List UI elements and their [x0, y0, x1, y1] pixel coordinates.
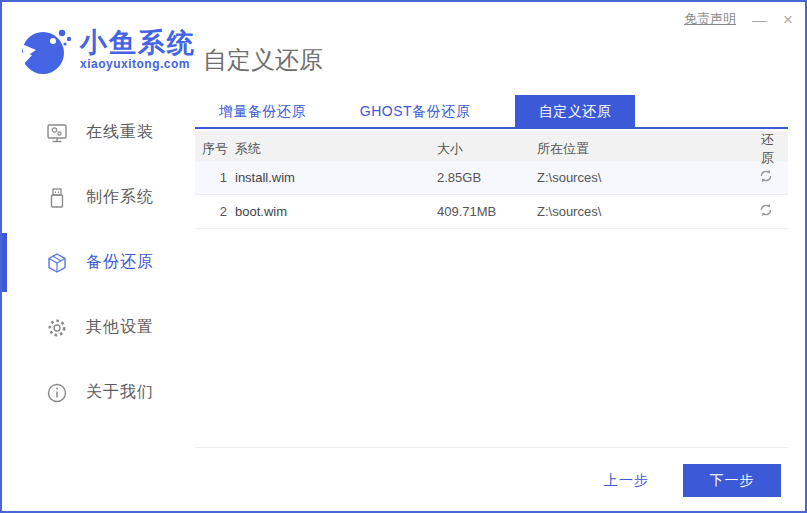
minimize-button[interactable]: — — [752, 12, 767, 27]
app-logo: 小鱼系统 xiaoyuxitong.com — [18, 24, 196, 76]
sidebar-item-make-system[interactable]: 制作系统 — [2, 165, 192, 230]
main-content: 增量备份还原 GHOST备份还原 自定义还原 序号 系统 大小 所在位置 还原 … — [195, 95, 788, 229]
page-title: 自定义还原 — [203, 44, 323, 76]
app-window: 免责声明 — × 小鱼系统 xiaoyuxitong.com 自定义还原 — [0, 0, 807, 513]
col-header-restore: 还原 — [752, 131, 788, 167]
row-size: 2.85GB — [437, 170, 537, 185]
gear-icon — [46, 317, 68, 339]
footer: 上一步 下一步 — [604, 464, 781, 497]
sidebar-item-label: 备份还原 — [86, 252, 154, 273]
active-indicator-bar — [2, 233, 7, 292]
logo-text: 小鱼系统 xiaoyuxitong.com — [80, 29, 196, 71]
col-header-system: 系统 — [235, 140, 437, 158]
fish-logo-icon — [18, 24, 74, 76]
backup-table: 序号 系统 大小 所在位置 还原 1 install.wim 2.85GB Z:… — [195, 131, 788, 229]
tab-custom-restore[interactable]: 自定义还原 — [515, 95, 635, 129]
logo-title: 小鱼系统 — [80, 29, 196, 57]
row-index: 1 — [195, 170, 235, 185]
sidebar-item-backup-restore[interactable]: 备份还原 — [2, 230, 192, 295]
info-icon — [46, 382, 68, 404]
monitor-icon — [46, 122, 68, 144]
sidebar-item-label: 其他设置 — [86, 317, 154, 338]
row-location: Z:\sources\ — [537, 204, 752, 219]
sidebar-item-label: 制作系统 — [86, 187, 154, 208]
close-button[interactable]: × — [783, 11, 793, 28]
table-row: 2 boot.wim 409.71MB Z:\sources\ — [195, 195, 788, 229]
previous-step-button[interactable]: 上一步 — [604, 472, 649, 490]
row-system: boot.wim — [235, 204, 437, 219]
usb-drive-icon — [46, 187, 68, 209]
sidebar-item-about-us[interactable]: 关于我们 — [2, 360, 192, 425]
table-body: 1 install.wim 2.85GB Z:\sources\ — [195, 161, 788, 229]
tab-ghost-backup-restore[interactable]: GHOST备份还原 — [340, 95, 490, 129]
sidebar: 在线重装 制作系统 备份还原 — [2, 100, 192, 511]
titlebar-controls: 免责声明 — × — [684, 10, 793, 28]
tab-incremental-backup-restore[interactable]: 增量备份还原 — [200, 95, 325, 129]
col-header-location: 所在位置 — [537, 140, 752, 158]
sidebar-item-online-reinstall[interactable]: 在线重装 — [2, 100, 192, 165]
sidebar-item-label: 关于我们 — [86, 382, 154, 403]
sidebar-item-other-settings[interactable]: 其他设置 — [2, 295, 192, 360]
col-header-size: 大小 — [437, 140, 537, 158]
backup-cube-icon — [46, 252, 68, 274]
restore-refresh-icon[interactable] — [758, 168, 774, 184]
disclaimer-link[interactable]: 免责声明 — [684, 10, 736, 28]
restore-refresh-icon[interactable] — [758, 202, 774, 218]
row-system: install.wim — [235, 170, 437, 185]
row-location: Z:\sources\ — [537, 170, 752, 185]
footer-separator — [195, 447, 788, 448]
tab-bar: 增量备份还原 GHOST备份还原 自定义还原 — [195, 95, 788, 129]
row-index: 2 — [195, 204, 235, 219]
logo-subtitle: xiaoyuxitong.com — [80, 57, 196, 71]
row-size: 409.71MB — [437, 204, 537, 219]
table-header-row: 序号 系统 大小 所在位置 还原 — [195, 131, 788, 161]
table-row: 1 install.wim 2.85GB Z:\sources\ — [195, 161, 788, 195]
col-header-index: 序号 — [195, 140, 235, 158]
sidebar-item-label: 在线重装 — [86, 122, 154, 143]
next-step-button[interactable]: 下一步 — [683, 464, 781, 497]
tab-underline — [195, 127, 788, 129]
